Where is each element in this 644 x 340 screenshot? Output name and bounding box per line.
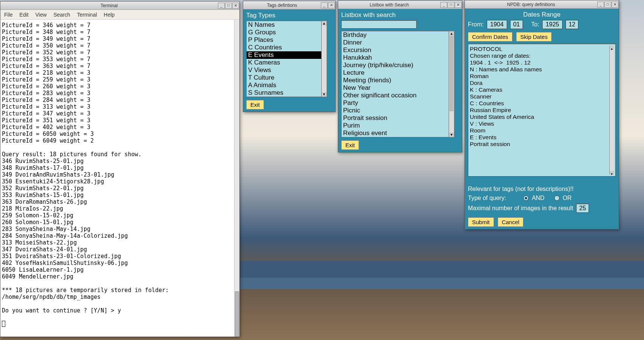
radio-and[interactable]	[523, 195, 529, 201]
close-button[interactable]: ✕	[612, 2, 618, 8]
search-exit-button[interactable]: Exit	[341, 140, 359, 150]
dates-range-heading: Dates Range	[468, 11, 616, 18]
query-window: NPDB: query definitions _ □ ✕ Dates Rang…	[465, 0, 619, 229]
tag-type-item[interactable]: V Views	[247, 66, 321, 74]
from-year-input[interactable]	[487, 20, 507, 29]
menu-view[interactable]: View	[35, 12, 47, 18]
tag-type-item[interactable]: G Groups	[247, 29, 321, 36]
terminal-title: Terminal	[0, 3, 218, 8]
menu-edit[interactable]: Edit	[20, 12, 29, 18]
to-year-input[interactable]	[542, 20, 563, 29]
events-scroll-thumb[interactable]	[449, 36, 454, 111]
max-images-label: Maximal number of images in the result	[468, 205, 573, 212]
menu-file[interactable]: File	[4, 12, 13, 18]
tags-titlebar[interactable]: Tags defintions _ ✕	[243, 1, 335, 9]
from-label: From:	[468, 21, 484, 28]
search-title: Listbox with Search	[338, 2, 440, 8]
scroll-up-icon[interactable]: ▲	[322, 21, 327, 26]
from-month-input[interactable]	[510, 20, 523, 29]
submit-button[interactable]: Submit	[468, 217, 494, 227]
confirm-dates-button[interactable]: Confirm Dates	[468, 32, 512, 42]
close-button[interactable]: ✕	[455, 2, 462, 8]
query-titlebar[interactable]: NPDB: query definitions _ □ ✕	[465, 0, 619, 9]
close-button[interactable]: ✕	[232, 3, 239, 9]
events-listbox[interactable]: BirthdayDinnerExcursionHanukkahJourney (…	[341, 31, 449, 137]
maximize-button[interactable]: □	[604, 2, 611, 8]
event-item[interactable]: Excursion	[342, 46, 449, 54]
tags-exit-button[interactable]: Exit	[246, 100, 264, 109]
terminal-scrollbar[interactable]	[234, 20, 239, 337]
terminal-menubar: File Edit View Search Terminal Help	[0, 10, 239, 20]
minimize-button[interactable]: _	[597, 2, 604, 8]
tag-type-item[interactable]: S Surnames	[247, 89, 321, 97]
skip-dates-button[interactable]: Skip Dates	[516, 32, 552, 42]
terminal-window: Terminal _ □ ✕ File Edit View Search Ter…	[0, 1, 240, 337]
search-titlebar[interactable]: Listbox with Search _ □ ✕	[338, 1, 462, 9]
tag-type-item[interactable]: T Culture	[247, 74, 321, 82]
event-item[interactable]: Birthday	[342, 31, 449, 39]
maximize-button[interactable]: □	[225, 3, 232, 9]
tag-type-item[interactable]: E Events	[247, 51, 321, 59]
tag-type-item[interactable]: C Countries	[247, 44, 321, 51]
scroll-down-icon[interactable]: ▼	[322, 92, 327, 97]
scroll-up-icon[interactable]: ▲	[449, 31, 454, 36]
tag-type-item[interactable]: N Names	[247, 21, 321, 29]
terminal-cursor	[2, 321, 5, 327]
tags-title: Tags defintions	[243, 3, 321, 8]
minimize-button[interactable]: _	[440, 2, 447, 8]
minimize-button[interactable]: _	[218, 3, 225, 9]
event-item[interactable]: Purim	[342, 122, 449, 129]
events-scrollbar[interactable]: ▲ ▼	[449, 31, 454, 137]
event-item[interactable]: Dinner	[342, 39, 449, 46]
event-item[interactable]: Picnic	[342, 107, 449, 114]
cancel-button[interactable]: Cancel	[498, 217, 524, 227]
radio-or[interactable]	[554, 195, 560, 201]
tag-type-item[interactable]: P Places	[247, 36, 321, 44]
protocol-scrollbar[interactable]: ▲ ▼	[609, 46, 614, 175]
event-item[interactable]: Journey (trip/hike/cruise)	[342, 62, 449, 69]
terminal-scroll-thumb[interactable]	[235, 291, 239, 337]
to-label: To:	[531, 21, 539, 28]
terminal-output[interactable]: PictureId = 346 weight = 7 PictureId = 3…	[0, 20, 234, 337]
event-item[interactable]: Religious event	[342, 129, 449, 137]
query-title: NPDB: query definitions	[465, 2, 597, 7]
tag-type-item[interactable]: A Animals	[247, 82, 321, 89]
menu-help[interactable]: Help	[104, 12, 115, 18]
to-month-input[interactable]	[566, 20, 578, 29]
tags-window: Tags defintions _ ✕ Tag Types N NamesG G…	[243, 1, 336, 112]
minimize-button[interactable]: _	[321, 2, 328, 8]
event-item[interactable]: Hanukkah	[342, 54, 449, 62]
and-label: AND	[532, 195, 544, 202]
terminal-titlebar[interactable]: Terminal _ □ ✕	[0, 2, 239, 10]
protocol-textarea[interactable]: PROTOCOL Chosen range of dates: 1904 . 1…	[468, 44, 616, 177]
search-heading: Listbox with search	[341, 11, 459, 19]
tag-types-listbox[interactable]: N NamesG GroupsP PlacesC CountriesE Even…	[246, 21, 322, 97]
menu-search[interactable]: Search	[54, 12, 70, 18]
or-label: OR	[563, 195, 572, 202]
search-window: Listbox with Search _ □ ✕ Listbox with s…	[338, 0, 462, 152]
tag-scrollbar[interactable]: ▲ ▼	[322, 21, 327, 97]
max-images-input[interactable]	[576, 204, 589, 213]
scroll-down-icon[interactable]: ▼	[449, 132, 454, 137]
tag-type-item[interactable]: K Cameras	[247, 59, 321, 66]
event-item[interactable]: Other significant occasion	[342, 92, 449, 99]
event-item[interactable]: Meeting (friends)	[342, 77, 449, 84]
query-type-label: Type of query:	[468, 195, 506, 202]
maximize-button[interactable]: □	[448, 2, 454, 8]
relevant-note: Relevant for tags (not for descriptions)…	[468, 186, 616, 192]
event-item[interactable]: Portrait session	[342, 114, 449, 122]
tag-types-heading: Tag Types	[246, 12, 332, 19]
search-input[interactable]	[341, 20, 417, 29]
event-item[interactable]: New Year	[342, 84, 449, 92]
scroll-up-icon[interactable]: ▲	[610, 46, 614, 49]
menu-terminal[interactable]: Terminal	[77, 12, 97, 18]
event-item[interactable]: Party	[342, 99, 449, 107]
close-button[interactable]: ✕	[328, 2, 335, 8]
scroll-down-icon[interactable]: ▼	[610, 171, 614, 175]
event-item[interactable]: Lecture	[342, 69, 449, 77]
